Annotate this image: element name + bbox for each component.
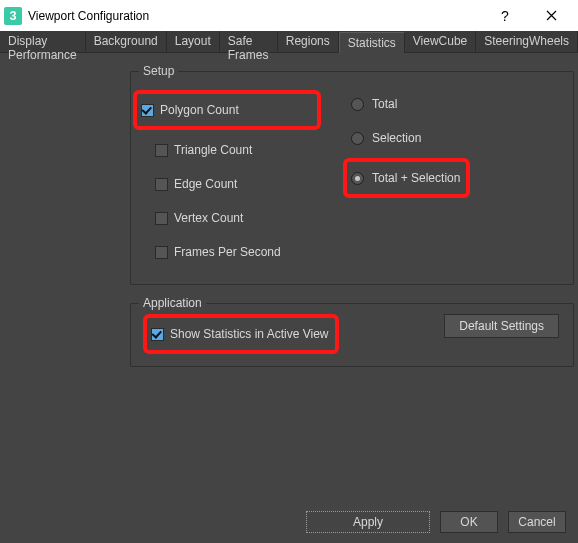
tab-regions[interactable]: Regions	[278, 31, 339, 52]
tab-display-performance[interactable]: Display Performance	[0, 31, 86, 52]
show-stats-checkbox[interactable]	[151, 328, 164, 341]
tab-safe-frames[interactable]: Safe Frames	[220, 31, 278, 52]
vertex-count-checkbox[interactable]	[155, 212, 168, 225]
fps-checkbox[interactable]	[155, 246, 168, 259]
fps-label: Frames Per Second	[174, 245, 281, 259]
window-title: Viewport Configuration	[28, 9, 149, 23]
help-button[interactable]: ?	[482, 0, 528, 31]
highlight-polygon-count: Polygon Count	[133, 90, 321, 130]
highlight-show-stats: Show Statistics in Active View	[143, 314, 339, 354]
selection-radio[interactable]	[351, 132, 364, 145]
vertex-count-label: Vertex Count	[174, 211, 243, 225]
setup-legend: Setup	[139, 64, 178, 78]
tab-layout[interactable]: Layout	[167, 31, 220, 52]
show-stats-label: Show Statistics in Active View	[170, 327, 329, 341]
total-label: Total	[372, 97, 397, 111]
polygon-count-label: Polygon Count	[160, 103, 239, 117]
edge-count-checkbox[interactable]	[155, 178, 168, 191]
tab-viewcube[interactable]: ViewCube	[405, 31, 476, 52]
application-legend: Application	[139, 296, 206, 310]
apply-button[interactable]: Apply	[306, 511, 430, 533]
close-button[interactable]	[528, 0, 574, 31]
ok-button[interactable]: OK	[440, 511, 498, 533]
application-group: Application Show Statistics in Active Vi…	[130, 303, 574, 367]
default-settings-button[interactable]: Default Settings	[444, 314, 559, 338]
dialog-buttons: Apply OK Cancel	[306, 511, 566, 533]
title-bar: 3 Viewport Configuration ?	[0, 0, 578, 31]
total-radio[interactable]	[351, 98, 364, 111]
triangle-count-label: Triangle Count	[174, 143, 252, 157]
edge-count-label: Edge Count	[174, 177, 237, 191]
close-icon	[546, 10, 557, 21]
app-icon: 3	[4, 7, 22, 25]
tab-background[interactable]: Background	[86, 31, 167, 52]
cancel-button[interactable]: Cancel	[508, 511, 566, 533]
tab-steeringwheels[interactable]: SteeringWheels	[476, 31, 578, 52]
total-selection-label: Total + Selection	[372, 171, 460, 185]
polygon-count-checkbox[interactable]	[141, 104, 154, 117]
tab-strip: Display Performance Background Layout Sa…	[0, 31, 578, 53]
total-selection-radio[interactable]	[351, 172, 364, 185]
setup-group: Setup Polygon Count Triangle Count Edge …	[130, 71, 574, 285]
selection-label: Selection	[372, 131, 421, 145]
highlight-total-selection: Total + Selection	[343, 158, 470, 198]
tab-statistics[interactable]: Statistics	[339, 32, 405, 53]
content-area: Setup Polygon Count Triangle Count Edge …	[0, 53, 578, 373]
triangle-count-checkbox[interactable]	[155, 144, 168, 157]
